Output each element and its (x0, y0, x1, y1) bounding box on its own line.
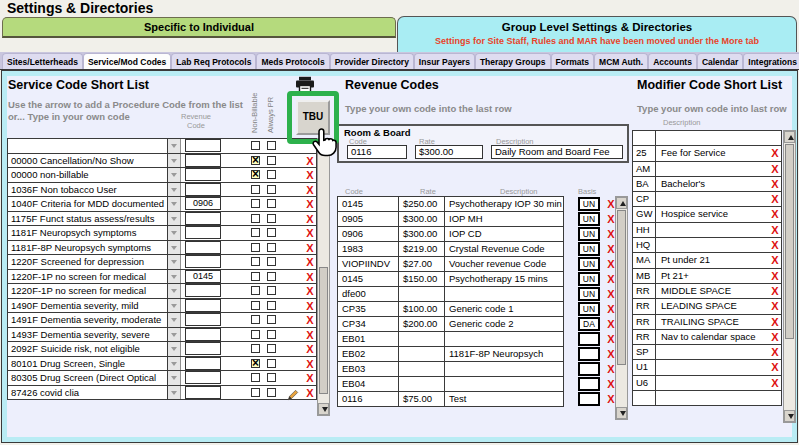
always-pr-checkbox[interactable] (267, 272, 276, 281)
service-code-cell[interactable] (8, 139, 168, 153)
non-billable-checkbox[interactable] (251, 141, 260, 150)
always-pr-checkbox[interactable] (267, 373, 276, 382)
modifier-code-cell[interactable]: HH (633, 223, 656, 237)
revenue-code-cell[interactable]: VIOPIINDV (338, 257, 399, 271)
revenue-basis-box[interactable]: UN (578, 287, 600, 301)
revenue-basis-box[interactable]: UN (578, 227, 600, 241)
delete-x-button[interactable]: X (769, 163, 781, 175)
service-code-cell[interactable]: 87426 covid clia (8, 386, 168, 400)
revenue-rate-cell[interactable]: $300.00 (399, 212, 445, 226)
revenue-basis-box[interactable] (578, 347, 600, 361)
delete-x-button[interactable]: X (304, 314, 316, 326)
revenue-description-cell[interactable]: 1181F-8P Neuropsych (445, 347, 563, 361)
revenue-description-cell[interactable]: IOP MH (445, 212, 563, 226)
always-pr-checkbox[interactable] (267, 388, 276, 397)
scroll-thumb[interactable] (785, 144, 794, 339)
room-board-code-field[interactable]: 0116 (347, 145, 407, 159)
service-code-cell[interactable]: 80101 Drug Screen, Single (8, 357, 168, 371)
non-billable-checkbox[interactable] (251, 286, 260, 295)
revenue-rate-cell[interactable] (399, 377, 445, 391)
revenue-code-field[interactable] (185, 386, 221, 399)
combo-dropdown-icon[interactable] (168, 183, 181, 197)
non-billable-checkbox[interactable] (251, 301, 260, 310)
delete-x-button[interactable]: X (769, 361, 781, 373)
combo-dropdown-icon[interactable] (168, 139, 181, 153)
tab-meds-protocols[interactable]: Meds Protocols (256, 53, 329, 69)
combo-dropdown-icon[interactable] (168, 313, 181, 327)
always-pr-checkbox[interactable] (267, 344, 276, 353)
service-code-cell[interactable]: 1220F Screened for depression (8, 255, 168, 269)
revenue-description-cell[interactable] (445, 287, 563, 301)
modifier-description-cell[interactable] (657, 223, 767, 237)
revenue-code-field[interactable] (185, 342, 221, 355)
non-billable-checkbox[interactable] (251, 214, 260, 223)
delete-x-button[interactable]: X (304, 242, 316, 254)
always-pr-checkbox[interactable] (267, 359, 276, 368)
combo-dropdown-icon[interactable] (168, 212, 181, 226)
revenue-rate-cell[interactable]: $75.00 (399, 392, 445, 406)
always-pr-checkbox[interactable] (267, 228, 276, 237)
revenue-code-field[interactable] (185, 328, 221, 341)
scroll-down-button[interactable] (616, 407, 627, 419)
service-code-cell[interactable]: 1181F Neuropsych symptoms (8, 226, 168, 240)
delete-x-button[interactable]: X (304, 387, 316, 399)
revenue-basis-box[interactable]: UN (578, 212, 600, 226)
modifier-description-cell[interactable]: LEADING SPACE (657, 299, 767, 313)
always-pr-checkbox[interactable] (267, 301, 276, 310)
modifier-code-cell[interactable]: SP (633, 345, 656, 359)
modifier-description-cell[interactable]: Pt under 21 (657, 253, 767, 267)
revenue-basis-box[interactable] (578, 392, 600, 406)
combo-dropdown-icon[interactable] (168, 342, 181, 356)
delete-x-button[interactable]: X (769, 377, 781, 389)
revenue-rate-cell[interactable]: $27.00 (399, 257, 445, 271)
always-pr-checkbox[interactable] (267, 330, 276, 339)
delete-x-button[interactable]: X (769, 346, 781, 358)
non-billable-checkbox[interactable] (251, 330, 260, 339)
revenue-code-field[interactable] (185, 357, 221, 370)
revenue-rate-cell[interactable]: $200.00 (399, 317, 445, 331)
tab-integrations[interactable]: Integrations (743, 53, 799, 69)
delete-x-button[interactable]: X (769, 224, 781, 236)
scroll-up-button[interactable] (616, 197, 627, 209)
non-billable-checkbox[interactable] (251, 373, 260, 382)
revenue-rate-cell[interactable]: $219.00 (399, 242, 445, 256)
tab-accounts[interactable]: Accounts (648, 53, 697, 69)
non-billable-checkbox[interactable] (251, 388, 260, 397)
modifier-code-cell[interactable]: BA (633, 177, 656, 191)
revenue-code-cell[interactable]: 1983 (338, 242, 399, 256)
non-billable-checkbox[interactable] (251, 199, 260, 208)
always-pr-checkbox[interactable] (267, 141, 276, 150)
tab-sites-letterheads[interactable]: Sites/Letterheads (2, 53, 83, 69)
combo-dropdown-icon[interactable] (168, 386, 181, 400)
revenue-rate-cell[interactable]: $100.00 (399, 302, 445, 316)
non-billable-checkbox[interactable] (251, 315, 260, 324)
combo-dropdown-icon[interactable] (168, 328, 181, 342)
revenue-basis-box[interactable]: UN (578, 242, 600, 256)
modifier-description-cell[interactable]: Hospice service (657, 207, 767, 221)
service-code-cell[interactable]: 1220F-1P no screen for medical (8, 270, 168, 284)
revenue-code-cell[interactable]: CP34 (338, 317, 399, 331)
non-billable-checkbox[interactable] (251, 344, 260, 353)
scroll-down-button[interactable] (318, 403, 329, 415)
always-pr-checkbox[interactable] (267, 214, 276, 223)
revenue-description-cell[interactable]: Psychotherapy IOP 30 min (445, 197, 563, 211)
delete-x-button[interactable]: X (769, 147, 781, 159)
revenue-code-cell[interactable]: EB02 (338, 347, 399, 361)
revenue-code-cell[interactable]: 0906 (338, 227, 399, 241)
tab-provider-directory[interactable]: Provider Directory (330, 53, 414, 69)
non-billable-checkbox[interactable] (251, 359, 260, 368)
modifier-table-scrollbar[interactable] (783, 130, 796, 423)
revenue-rate-cell[interactable] (399, 347, 445, 361)
service-code-cell[interactable]: 00000 Cancellation/No Show (8, 154, 168, 168)
revenue-code-field[interactable] (185, 168, 221, 181)
revenue-rate-cell[interactable] (399, 287, 445, 301)
modifier-code-cell[interactable]: RR (633, 315, 656, 329)
combo-dropdown-icon[interactable] (168, 226, 181, 240)
modifier-description-cell[interactable]: Fee for Service (657, 146, 767, 160)
revenue-description-cell[interactable]: Generic code 2 (445, 317, 563, 331)
tab-formats[interactable]: Formats (551, 53, 595, 69)
revenue-code-field[interactable] (185, 154, 221, 167)
revenue-rate-cell[interactable] (399, 362, 445, 376)
service-code-cell[interactable]: 1175F Funct status assess/results (8, 212, 168, 226)
revenue-basis-box[interactable] (578, 362, 600, 376)
